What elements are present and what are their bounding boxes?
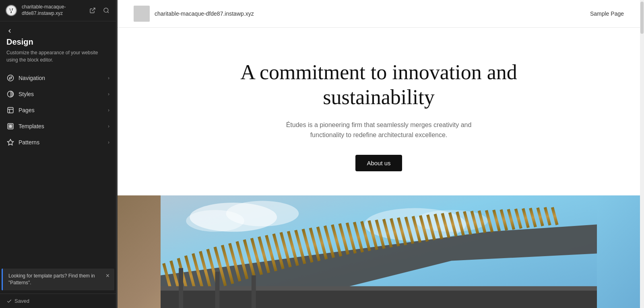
- website-nav-sample-page[interactable]: Sample Page: [590, 10, 624, 17]
- svg-marker-7: [9, 77, 12, 79]
- sidebar-footer: Saved: [0, 294, 116, 308]
- templates-chevron: ›: [108, 123, 109, 129]
- templates-label: Templates: [19, 123, 104, 129]
- about-us-button[interactable]: About us: [355, 155, 402, 171]
- sidebar-content: Design Customize the appearance of your …: [0, 21, 116, 308]
- svg-point-21: [186, 210, 244, 232]
- saved-check-icon: [6, 298, 12, 304]
- navigation-chevron: ›: [108, 75, 109, 81]
- styles-icon: [6, 90, 14, 98]
- svg-rect-79: [161, 290, 597, 308]
- hero-subtitle: Études is a pioneering firm that seamles…: [278, 120, 479, 140]
- sidebar-item-pages[interactable]: Pages ›: [0, 102, 116, 118]
- website-url: charitable-macaque-dfde87.instawp.xyz: [155, 10, 254, 17]
- design-title: Design: [6, 37, 109, 47]
- wordpress-logo: W: [5, 4, 18, 17]
- saved-label: Saved: [14, 298, 29, 304]
- styles-chevron: ›: [108, 91, 109, 97]
- sidebar-item-navigation[interactable]: Navigation ›: [0, 70, 116, 86]
- svg-rect-15: [9, 127, 10, 128]
- navigation-icon: [6, 74, 14, 82]
- patterns-chevron: ›: [108, 140, 109, 145]
- site-name: charitable-macaque- dfde87.instawp.xyz: [22, 4, 84, 16]
- svg-rect-16: [11, 127, 12, 128]
- svg-line-5: [107, 12, 109, 13]
- main-preview: charitable-macaque-dfde87.instawp.xyz Sa…: [118, 0, 640, 308]
- hero-title: A commitment to innovation and sustainab…: [238, 60, 520, 110]
- sidebar-header: W charitable-macaque- dfde87.instawp.xyz: [0, 0, 116, 21]
- svg-rect-14: [11, 125, 12, 126]
- search-button[interactable]: [101, 6, 111, 15]
- svg-point-4: [104, 8, 108, 12]
- navigation-label: Navigation: [19, 75, 104, 81]
- architecture-image: [118, 195, 640, 308]
- website-logo-area: charitable-macaque-dfde87.instawp.xyz: [134, 6, 254, 22]
- pages-chevron: ›: [108, 107, 109, 113]
- website-header: charitable-macaque-dfde87.instawp.xyz Sa…: [118, 0, 640, 28]
- design-description: Customize the appearance of your website…: [6, 49, 109, 64]
- website-nav: Sample Page: [590, 10, 624, 17]
- svg-rect-83: [252, 275, 256, 308]
- scrollbar-thumb[interactable]: [640, 2, 644, 34]
- svg-rect-9: [8, 107, 13, 113]
- external-link-button[interactable]: [88, 6, 97, 15]
- hero-section: A commitment to innovation and sustainab…: [118, 28, 640, 195]
- notification-close-button[interactable]: ×: [106, 273, 109, 279]
- sidebar-item-patterns[interactable]: Patterns ›: [0, 134, 116, 150]
- design-section: Design Customize the appearance of your …: [0, 21, 116, 67]
- svg-rect-82: [215, 272, 220, 308]
- svg-rect-81: [179, 268, 183, 308]
- svg-rect-80: [161, 286, 597, 291]
- website-logo-placeholder: [134, 6, 150, 22]
- back-button[interactable]: [6, 28, 109, 34]
- styles-label: Styles: [19, 91, 104, 97]
- architecture-svg: [118, 195, 640, 308]
- notification-bar: Looking for template parts? Find them in…: [2, 269, 114, 290]
- scrollbar-track[interactable]: [640, 0, 644, 308]
- svg-rect-13: [9, 125, 10, 126]
- svg-marker-17: [8, 140, 14, 145]
- pages-icon: [6, 106, 14, 114]
- sidebar-item-templates[interactable]: Templates ›: [0, 118, 116, 134]
- sidebar-item-styles[interactable]: Styles ›: [0, 86, 116, 102]
- patterns-label: Patterns: [19, 139, 104, 146]
- svg-text:W: W: [9, 8, 14, 14]
- sidebar: W charitable-macaque- dfde87.instawp.xyz: [0, 0, 116, 308]
- templates-icon: [6, 122, 14, 130]
- sidebar-navigation: Navigation › Styles ›: [0, 70, 116, 150]
- notification-text: Looking for template parts? Find them in…: [8, 273, 103, 286]
- pages-label: Pages: [19, 107, 104, 113]
- svg-line-3: [92, 8, 95, 11]
- patterns-icon: [6, 138, 14, 146]
- svg-point-6: [8, 75, 14, 81]
